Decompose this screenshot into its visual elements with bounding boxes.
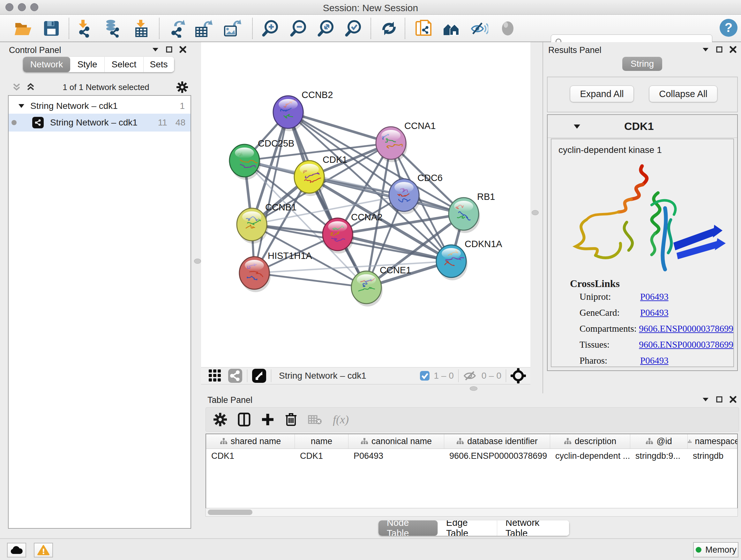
birds-eye-view-icon[interactable] [252,368,266,383]
help-icon[interactable]: ? [719,18,737,37]
crosslink-link[interactable]: P06493 [640,292,669,302]
column-header-name[interactable]: name [295,434,348,449]
toolbar-separator [69,18,69,39]
delete-column-icon[interactable] [285,413,297,427]
gene-section: CDK1 cyclin-dependent kinase 1 [547,114,738,371]
collection-expander-icon[interactable] [18,104,24,109]
column-header-description[interactable]: description [550,434,630,449]
open-session-icon[interactable] [13,19,32,38]
hidden-eye-icon [463,370,478,381]
import-network-from-database-icon[interactable] [103,19,122,38]
network-edge[interactable] [254,273,366,287]
table-cell[interactable]: CDK1 [295,449,348,463]
home-networks-icon[interactable] [442,19,461,38]
memory-button[interactable]: Memory [693,542,738,557]
splitter-handle[interactable] [532,210,539,215]
tab-sets[interactable]: Sets [144,57,174,72]
gene-expander-icon[interactable] [573,124,581,129]
close-panel-icon[interactable] [730,396,737,403]
zoom-in-icon[interactable] [261,19,280,38]
network-node-CDKN1A[interactable]: CDKN1A [436,239,502,280]
warning-status-button[interactable] [34,543,53,557]
column-header--id[interactable]: @id [630,434,688,449]
column-header-shared-name[interactable]: shared name [206,434,295,449]
table-row[interactable]: CDK1CDK1P064939606.ENSP00000378699cyclin… [206,449,737,463]
network-node-CDK1[interactable]: CDK1 [294,154,347,196]
network-canvas[interactable]: CCNB2CCNA1CDC25BCDK1CDC6RB1CCNB1CCNA2CDK… [201,42,530,367]
close-panel-icon[interactable] [730,46,737,53]
column-header-canonical-name[interactable]: canonical name [348,434,444,449]
collapse-all-button[interactable]: Collapse All [649,85,718,102]
node-table[interactable]: shared namenamecanonical namedatabase id… [205,434,738,508]
results-tab-string[interactable]: String [622,57,662,71]
splitter-handle[interactable] [470,386,477,391]
zoom-out-icon[interactable] [289,19,308,38]
network-label: String Network – cdk1 [50,118,138,128]
crosslink-link[interactable]: 9606.ENSP00000378699 [639,323,733,334]
network-node-RB1[interactable]: RB1 [449,192,495,233]
crosslink-link[interactable]: 9606.ENSP00000378699 [639,339,733,350]
selected-checkbox-icon[interactable] [420,371,430,381]
expand-all-icon[interactable] [26,82,36,92]
fit-content-crosshair-icon[interactable] [511,368,526,383]
export-table-icon[interactable] [194,19,212,38]
column-header-database-identifier[interactable]: database identifier [444,434,550,449]
node-label-CCNE1: CCNE1 [380,265,411,275]
splitter-handle[interactable] [194,259,201,264]
network-node-CCNA1[interactable]: CCNA1 [376,121,435,162]
close-panel-icon[interactable] [179,46,186,53]
import-network-icon[interactable] [74,19,93,38]
export-image-icon[interactable] [223,19,241,38]
tab-edge-table[interactable]: Edge Table [438,520,497,536]
cloud-status-button[interactable] [7,543,26,557]
import-table-icon[interactable] [132,19,151,38]
refresh-icon[interactable] [380,19,398,38]
show-columns-icon[interactable] [238,413,251,427]
network-node-CCNB1[interactable]: CCNB1 [237,202,296,244]
table-cell[interactable]: P06493 [348,449,444,463]
table-cell[interactable]: CDK1 [206,449,295,463]
save-session-icon[interactable] [42,19,61,38]
panel-menu-icon[interactable] [702,47,709,52]
float-panel-icon[interactable] [166,46,172,53]
network-options-gear-icon[interactable] [177,81,188,93]
expand-all-button[interactable]: Expand All [570,85,634,102]
network-share-view-icon[interactable] [228,368,243,383]
tab-network-table[interactable]: Network Table [497,520,569,536]
collapse-all-icon[interactable] [12,82,21,92]
node-attribute-icon [456,438,464,445]
table-options-gear-icon[interactable] [213,413,227,426]
network-row-selected[interactable]: String Network – cdk1 11 48 [9,114,191,132]
float-panel-icon[interactable] [716,46,723,53]
tab-network[interactable]: Network [23,57,70,72]
tab-select[interactable]: Select [105,57,144,72]
crosslink-row: Tissues:9606.ENSP00000378699 [580,339,733,350]
panel-menu-icon[interactable] [152,47,159,52]
table-cell[interactable]: stringdb:9... [630,449,688,463]
scrollbar-thumb[interactable] [208,509,253,515]
column-header-namespace[interactable]: namespace [688,434,738,449]
gene-section-header[interactable]: CDK1 [548,115,737,138]
zoom-selected-icon[interactable] [344,19,362,38]
grid-view-icon[interactable] [208,369,222,383]
network-collection-row[interactable]: String Network – cdk1 1 [9,98,191,114]
crosslink-link[interactable]: P06493 [640,307,669,318]
table-cell[interactable]: stringdb [688,449,738,463]
vertical-splitter-right[interactable] [530,42,542,384]
crosslink-link[interactable]: P06493 [640,355,669,366]
table-cell[interactable]: 9606.ENSP00000378699 [444,449,550,463]
zoom-fit-icon[interactable] [317,19,335,38]
tab-node-table[interactable]: Node Table [379,520,438,536]
collection-label: String Network – cdk1 [30,101,118,111]
panel-menu-icon[interactable] [702,397,709,402]
table-horizontal-scrollbar[interactable] [205,508,738,516]
export-network-icon[interactable] [169,19,187,38]
network-edge[interactable] [254,112,288,273]
network-node-CCNE1[interactable]: CCNE1 [351,265,411,307]
string-document-icon[interactable] [415,19,433,38]
float-panel-icon[interactable] [716,396,723,402]
add-column-icon[interactable] [261,413,274,426]
table-cell[interactable]: cyclin-dependent ... [550,449,630,463]
hide-unhide-icon[interactable] [470,19,488,38]
tab-style[interactable]: Style [70,57,105,72]
